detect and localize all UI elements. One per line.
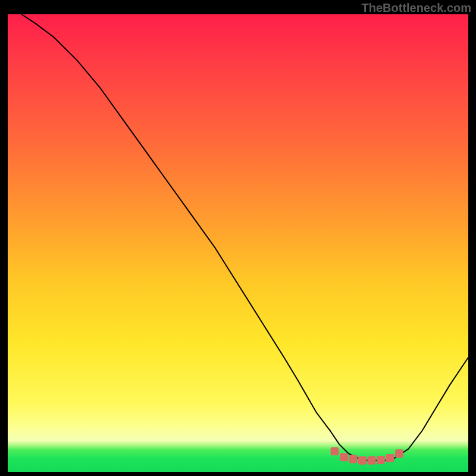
bottleneck-curve (21, 14, 468, 461)
marker-point (340, 453, 348, 461)
optimal-band-markers (331, 447, 403, 464)
marker-point (386, 454, 394, 462)
marker-point (395, 449, 403, 458)
watermark-text: TheBottleneck.com (362, 1, 471, 15)
marker-point (367, 456, 375, 465)
marker-point (331, 447, 339, 455)
marker-point (349, 455, 358, 464)
marker-point (377, 456, 385, 464)
chart-area (8, 14, 468, 472)
marker-point (358, 456, 367, 465)
chart-svg (8, 14, 468, 472)
